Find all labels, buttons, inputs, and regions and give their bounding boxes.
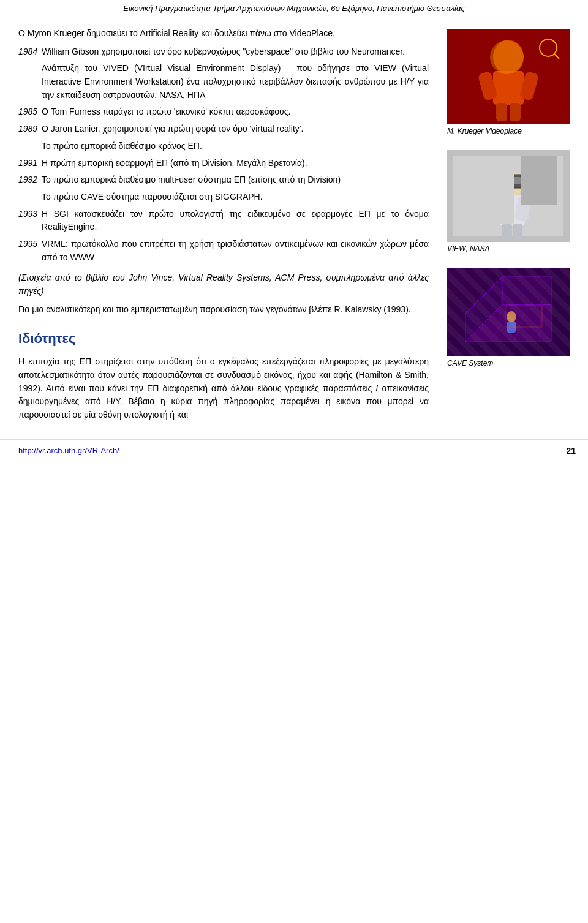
- year-1995: 1995: [18, 238, 42, 264]
- footer-link[interactable]: http://vr.arch.uth.gr/VR-Arch/: [18, 446, 119, 455]
- sub-entry-1992: Το πρώτο CAVE σύστημα παρουσιάζεται στη …: [42, 190, 429, 204]
- section-para: Η επιτυχία της ΕΠ στηρίζεται στην υπόθεσ…: [18, 355, 429, 421]
- text-1989: Ο Jaron Lanier, χρησιμοποιεί για πρώτη φ…: [42, 122, 429, 136]
- svg-rect-19: [513, 224, 522, 239]
- svg-line-27: [539, 304, 542, 341]
- header-text: Εικονική Πραγματικότητα Τμήμα Αρχιτεκτόν…: [123, 4, 464, 13]
- svg-rect-6: [510, 103, 521, 121]
- svg-point-11: [498, 171, 525, 196]
- entry-1993: 1993 Η SGI κατασκευάζει τον πρώτο υπολογ…: [18, 208, 429, 234]
- svg-rect-29: [507, 322, 516, 333]
- image-block-nasa: VIEW, NASA: [441, 150, 576, 253]
- image-nasa: [447, 150, 570, 242]
- page-content: Ο Myron Krueger δημοσιεύει το Artificial…: [0, 17, 588, 427]
- section-title-idiothtes: Ιδιότητες: [18, 331, 429, 347]
- svg-line-26: [514, 304, 527, 341]
- krueger-svg: [447, 29, 570, 124]
- image-krueger: [447, 29, 570, 124]
- caption-nasa: VIEW, NASA: [447, 244, 570, 253]
- svg-rect-13: [500, 177, 510, 184]
- year-1984: 1984: [18, 45, 42, 59]
- entry-1985: 1985 Ο Tom Furness παράγει το πρώτο 'εικ…: [18, 105, 429, 119]
- sidebar: M. Krueger Videoplace: [441, 27, 576, 427]
- year-1991: 1991: [18, 157, 42, 170]
- page-footer: http://vr.arch.uth.gr/VR-Arch/ 21: [0, 439, 588, 462]
- text-1991: Η πρώτη εμπορική εφαρμογή ΕΠ (από τη Div…: [42, 157, 429, 170]
- sub-text-1992: Το πρώτο CAVE σύστημα παρουσιάζεται στη …: [42, 192, 263, 202]
- svg-marker-21: [466, 304, 551, 341]
- main-text-column: Ο Myron Krueger δημοσιεύει το Artificial…: [18, 27, 441, 427]
- image-cave: [447, 268, 570, 356]
- nasa-svg: [447, 150, 570, 242]
- svg-line-24: [478, 304, 502, 329]
- image-block-krueger: M. Krueger Videoplace: [441, 29, 576, 135]
- text-1984: William Gibson χρησιμοποιεί τον όρο κυβε…: [42, 45, 429, 59]
- entry-1995: 1995 VRML: πρωτόκολλο που επιτρέπει τη χ…: [18, 238, 429, 264]
- image-block-cave: CAVE System: [441, 268, 576, 367]
- text-1993: Η SGI κατασκευάζει τον πρώτο υπολογιστή …: [42, 208, 429, 234]
- svg-rect-2: [493, 71, 524, 105]
- para-more: Για μια αναλυτικότερη και πιο εμπεριστατ…: [18, 303, 429, 317]
- year-1989: 1989: [18, 122, 42, 136]
- caption-krueger: M. Krueger Videoplace: [447, 127, 570, 135]
- para-vived-text: Ανάπτυξη του VIVED (VIrtual Visual Envir…: [42, 63, 429, 99]
- page-number: 21: [566, 446, 576, 456]
- para-more-text: Για μια αναλυτικότερη και πιο εμπεριστατ…: [18, 304, 411, 314]
- entry-1989: 1989 Ο Jaron Lanier, χρησιμοποιεί για πρ…: [18, 122, 429, 136]
- entry-1992: 1992 Το πρώτο εμπορικά διαθέσιμο multi-u…: [18, 173, 429, 187]
- cave-svg: [447, 268, 570, 356]
- year-1992: 1992: [18, 173, 42, 187]
- entry-1984: 1984 William Gibson χρησιμοποιεί τον όρο…: [18, 45, 429, 59]
- svg-rect-31: [447, 268, 570, 356]
- sub-entry-1989: Το πρώτο εμπορικά διαθέσιμο κράνος ΕΠ.: [42, 140, 429, 153]
- svg-rect-12: [498, 175, 525, 188]
- svg-rect-16: [485, 195, 503, 222]
- para-source-text: (Στοιχεία από το βιβλίο του John Vince, …: [18, 273, 429, 296]
- text-1985: Ο Tom Furness παράγει το πρώτο 'εικονικό…: [42, 105, 429, 119]
- para-krueger: Ο Myron Krueger δημοσιεύει το Artificial…: [18, 27, 429, 40]
- svg-rect-18: [502, 224, 512, 239]
- svg-marker-22: [466, 277, 502, 341]
- year-1993: 1993: [18, 208, 42, 234]
- svg-point-28: [507, 311, 516, 322]
- text-1992: Το πρώτο εμπορικά διαθέσιμο multi-user σ…: [42, 173, 429, 187]
- para-source: (Στοιχεία από το βιβλίο του John Vince, …: [18, 271, 429, 298]
- page-header: Εικονική Πραγματικότητα Τμήμα Αρχιτεκτόν…: [0, 0, 588, 17]
- sub-text-1989: Το πρώτο εμπορικά διαθέσιμο κράνος ΕΠ.: [42, 141, 202, 151]
- svg-rect-5: [496, 103, 507, 121]
- svg-point-1: [493, 40, 524, 74]
- text-1995: VRML: πρωτόκολλο που επιτρέπει τη χρήση …: [42, 238, 429, 264]
- para-krueger-text: Ο Myron Krueger δημοσιεύει το Artificial…: [18, 28, 335, 38]
- entry-1991: 1991 Η πρώτη εμπορική εφαρμογή ΕΠ (από τ…: [18, 157, 429, 170]
- svg-line-25: [490, 304, 514, 341]
- svg-rect-20: [447, 268, 570, 356]
- caption-cave: CAVE System: [447, 359, 570, 367]
- para-vived: Ανάπτυξη του VIVED (VIrtual Visual Envir…: [42, 62, 429, 102]
- svg-rect-30: [505, 306, 542, 327]
- svg-rect-14: [511, 177, 521, 184]
- svg-marker-23: [502, 277, 551, 304]
- year-1985: 1985: [18, 105, 42, 119]
